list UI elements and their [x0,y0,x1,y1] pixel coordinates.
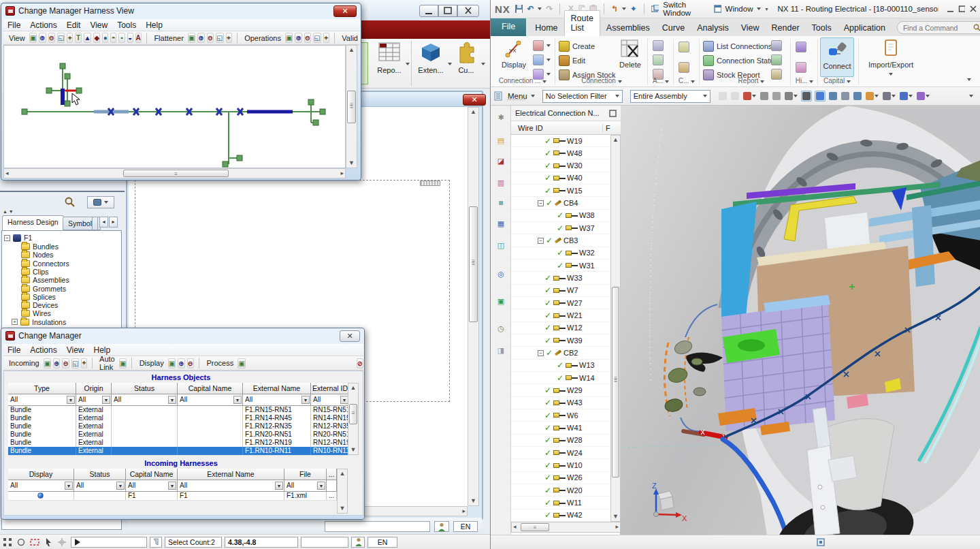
find-command-box[interactable] [897,21,980,34]
repeat-dropdown[interactable] [622,7,626,10]
constraint-navigator-icon[interactable]: ◪ [495,155,507,167]
group-label-hi[interactable]: Hi... [793,77,816,84]
navigator-column-header[interactable]: Wire ID F [511,121,621,135]
scroll-down-arrow[interactable]: ▼ [346,159,357,168]
ribbon-mini-icon[interactable] [796,62,806,73]
wire-row-w14[interactable]: ✓W14 [511,372,610,384]
tab-harness-design[interactable]: Harness Design [2,215,64,230]
wire-row-w39[interactable]: ✓W39 [511,334,610,347]
tree-item-bundles[interactable]: Bundles [21,242,59,251]
wire-row-w26[interactable]: ✓W26 [511,472,610,484]
wire-row-w40[interactable]: ✓W40 [511,172,610,185]
marquee-icon[interactable] [30,537,41,547]
scroll-up-arrow[interactable]: ▲ [348,383,358,392]
filter-cell[interactable]: All▼ [178,480,284,492]
child-close-button[interactable]: ✕ [463,94,486,106]
bend-icon[interactable]: ⊖ [207,33,214,43]
nx-3d-viewport[interactable]: Z X [621,106,980,535]
link-copy-icon[interactable]: ⊕ [53,358,60,368]
scroll-right-arrow[interactable]: ▸ [340,169,344,178]
tab-curve[interactable]: Curve [656,20,691,36]
link-in-icon[interactable]: ▣ [44,358,51,368]
scroll-up-arrow[interactable]: ▲ [346,46,357,54]
column-header-status[interactable]: Status [112,383,178,394]
menu-file[interactable]: File [7,20,20,30]
save-icon[interactable] [514,4,523,14]
collapse-expander[interactable]: − [538,350,544,356]
scroll-thumb[interactable]: ≡≡ [612,287,619,477]
harness-hscrollbar[interactable]: ◂ ≡ ▸ [3,168,346,178]
close-button[interactable] [457,5,479,17]
tree-item-wires[interactable]: Wires [21,309,51,317]
repeat-command-icon[interactable]: ↰ [611,4,618,14]
angle-icon[interactable]: ◱ [216,33,223,43]
expander-minus[interactable]: − [4,235,10,241]
filter-cell[interactable]: All▼ [243,394,311,406]
history-icon[interactable]: ▣ [495,295,507,307]
column-header-display[interactable]: Display [8,469,74,480]
phone-icon[interactable] [882,91,896,101]
promote-icon[interactable]: ▲ [84,33,92,43]
update-icon[interactable]: ▪ [118,33,125,43]
tab-stub[interactable] [92,217,98,230]
wire-row-w29[interactable]: ✓W29 [511,385,610,397]
wire-row-w43[interactable]: ✓W43 [511,397,610,409]
group-label-a[interactable]: A... [650,77,672,84]
minimize-button[interactable] [419,5,438,17]
tab-route-list[interactable]: Route List [564,10,600,36]
group-row-cb4[interactable]: −✓CB4 [511,198,610,210]
ribbon-overflow[interactable] [967,78,971,81]
delete-button[interactable]: Delete [615,39,646,69]
delete-red-icon[interactable]: ⊖ [62,358,69,368]
group-label-connection[interactable]: Connection [559,77,644,84]
column-header-origin[interactable]: Origin [76,383,112,394]
wire-row-w42[interactable]: ✓W42 [511,509,610,522]
touch-mode-icon[interactable]: ✦ [630,4,637,14]
wire-row-w32[interactable]: ✓W32 [511,247,610,260]
menu-actions[interactable]: Actions [30,20,56,30]
ribbon-mini-icon[interactable] [533,54,544,65]
gear-icon[interactable]: ✱ [495,111,507,123]
language-indicator[interactable]: EN [453,521,478,532]
undo-dropdown[interactable] [538,7,542,10]
dropdown[interactable] [875,95,879,97]
wire-row-w24[interactable]: ✓W24 [511,447,610,459]
filter-cell[interactable]: All▼ [126,480,178,492]
ribbon-mini-icon[interactable] [771,40,782,51]
shaded-cube-icon[interactable] [815,91,826,101]
filter-cell[interactable]: All▼ [74,480,126,492]
navigator-header[interactable]: Electrical Connection N... [511,106,621,121]
tree-item-nodes[interactable]: Nodes [21,251,53,259]
filter-cell[interactable]: All▼ [178,394,243,406]
scroll-up-arrow[interactable]: ▲ [468,108,478,116]
switch-window-button[interactable]: Switch Window [663,1,710,17]
wire-row-w38[interactable]: ✓W38 [511,210,610,222]
scroll-thumb[interactable]: ≡ [123,170,229,177]
scroll-thumb[interactable]: ≡≡ [469,206,478,322]
change-manager-close[interactable]: ✕ [340,330,360,342]
dropdown-arrow[interactable]: ▼ [65,482,73,490]
dropdown[interactable] [909,95,913,97]
nx-maximize[interactable] [958,5,966,13]
wire-row-w12[interactable]: ✓W12 [511,322,610,334]
tab-scroll-right[interactable]: ▸ [109,217,118,228]
wand-icon[interactable] [916,91,930,101]
wire-row-w19[interactable]: ✓W19 [511,135,610,147]
pin-panel-icon[interactable] [609,110,617,117]
wire-row-w31[interactable]: ✓W31 [511,260,610,272]
capital-cu-button[interactable]: Cu... [452,42,480,85]
tab-assemblies[interactable]: Assemblies [600,20,656,36]
capture-icon[interactable] [840,91,850,101]
hd3d-icon[interactable]: ◫ [495,239,507,251]
move-icon[interactable] [730,91,740,101]
dropdown-arrow[interactable]: ▼ [275,482,283,490]
scroll-thumb[interactable]: ≡ [349,404,357,424]
collapse-expander[interactable]: − [538,200,544,206]
image-icon[interactable]: ▣ [29,33,37,43]
wire-row-w21[interactable]: ✓W21 [511,310,610,322]
tab-analysis[interactable]: Analysis [691,20,735,36]
roles-icon[interactable]: ◨ [495,344,507,356]
column-header-capital-name[interactable]: Capital Name [178,383,243,394]
dropdown-arrow[interactable]: ▼ [168,482,176,490]
rotate-ccw-icon[interactable]: ⊖ [304,33,311,43]
